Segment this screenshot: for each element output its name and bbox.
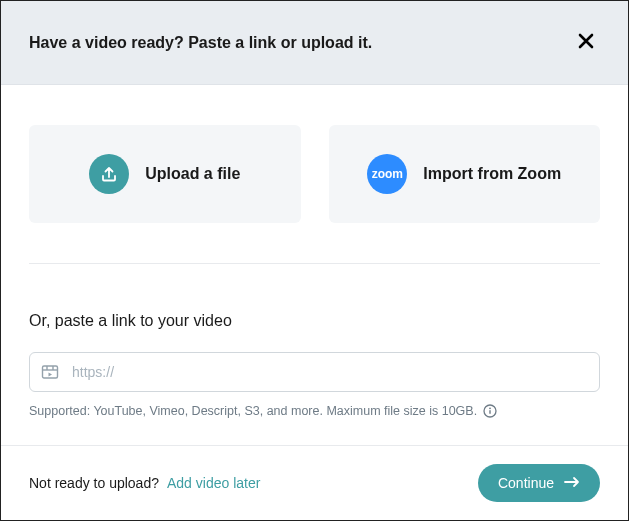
upload-video-modal: Have a video ready? Paste a link or uplo… <box>0 0 629 521</box>
upload-file-label: Upload a file <box>145 165 240 183</box>
import-zoom-label: Import from Zoom <box>423 165 561 183</box>
section-divider <box>29 263 600 264</box>
continue-label: Continue <box>498 475 554 491</box>
paste-link-heading: Or, paste a link to your video <box>29 312 600 330</box>
svg-rect-0 <box>43 366 58 378</box>
video-link-icon <box>41 363 59 381</box>
modal-header: Have a video ready? Paste a link or uplo… <box>1 1 628 85</box>
modal-body: Upload a file zoom Import from Zoom Or, … <box>1 85 628 445</box>
close-icon <box>576 31 596 54</box>
support-info-row: Supported: YouTube, Vimeo, Descript, S3,… <box>29 404 600 418</box>
modal-title: Have a video ready? Paste a link or uplo… <box>29 34 372 52</box>
footer-left: Not ready to upload? Add video later <box>29 475 260 491</box>
close-button[interactable] <box>572 27 600 58</box>
svg-rect-3 <box>489 410 490 414</box>
import-zoom-card[interactable]: zoom Import from Zoom <box>329 125 601 223</box>
modal-footer: Not ready to upload? Add video later Con… <box>1 445 628 520</box>
zoom-icon: zoom <box>367 154 407 194</box>
continue-button[interactable]: Continue <box>478 464 600 502</box>
support-text: Supported: YouTube, Vimeo, Descript, S3,… <box>29 404 477 418</box>
upload-icon <box>89 154 129 194</box>
video-url-input[interactable] <box>29 352 600 392</box>
add-video-later-link[interactable]: Add video later <box>167 475 260 491</box>
upload-options-row: Upload a file zoom Import from Zoom <box>29 125 600 223</box>
info-icon[interactable] <box>483 404 497 418</box>
url-input-wrap <box>29 352 600 392</box>
svg-point-2 <box>489 407 491 409</box>
upload-file-card[interactable]: Upload a file <box>29 125 301 223</box>
footer-prompt: Not ready to upload? <box>29 475 159 491</box>
arrow-right-icon <box>564 475 580 491</box>
